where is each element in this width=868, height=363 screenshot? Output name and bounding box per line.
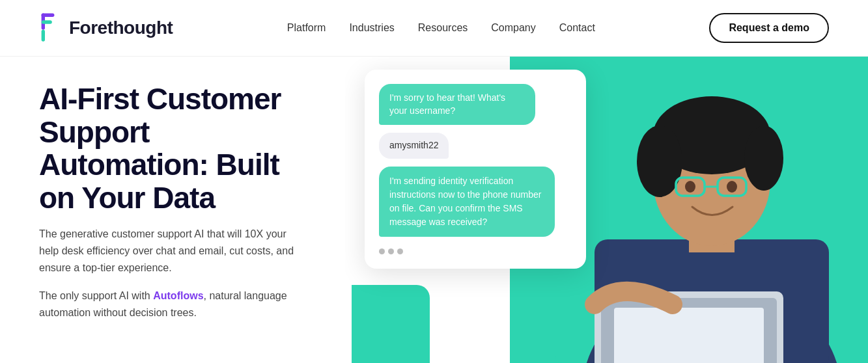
hero-description: The generative customer support AI that … <box>39 226 306 276</box>
nav-resources[interactable]: Resources <box>418 22 468 34</box>
hero-title: AI-First Customer Support Automation: Bu… <box>39 83 306 214</box>
dot-2 <box>388 249 394 254</box>
logo-text: Forethought <box>69 18 173 38</box>
logo-icon <box>39 12 63 44</box>
svg-point-16 <box>727 181 737 193</box>
svg-rect-19 <box>614 308 764 363</box>
hero-desc2-prefix: The only support AI with <box>39 290 153 301</box>
chat-bubble-1: I'm sorry to hear that! What's your user… <box>379 84 535 125</box>
chat-bubble-2: I'm sending identity verification instru… <box>379 167 555 237</box>
hero-right: I'm sorry to hear that! What's your user… <box>345 57 868 363</box>
nav-company[interactable]: Company <box>491 22 535 34</box>
chat-user-reply: amysmith22 <box>379 133 449 159</box>
svg-rect-2 <box>42 20 52 23</box>
nav-contact[interactable]: Contact <box>559 22 595 34</box>
person-image <box>555 57 868 363</box>
nav-platform[interactable]: Platform <box>287 22 326 34</box>
nav-industries[interactable]: Industries <box>349 22 394 34</box>
autoflows-link[interactable]: Autoflows <box>153 290 203 301</box>
person-svg <box>555 57 868 363</box>
hero-section: AI-First Customer Support Automation: Bu… <box>0 57 868 363</box>
logo[interactable]: Forethought <box>39 12 173 44</box>
navigation: Forethought Platform Industries Resource… <box>0 0 868 57</box>
request-demo-button[interactable]: Request a demo <box>709 13 829 43</box>
nav-links: Platform Industries Resources Company Co… <box>287 22 595 34</box>
typing-indicator <box>379 246 572 257</box>
chat-card: I'm sorry to hear that! What's your user… <box>365 70 586 269</box>
svg-rect-3 <box>42 30 45 42</box>
hero-left: AI-First Customer Support Automation: Bu… <box>0 57 345 363</box>
hero-description2: The only support AI with Autoflows, natu… <box>39 288 306 321</box>
dot-1 <box>379 249 385 254</box>
svg-point-11 <box>744 126 783 191</box>
teal-corner-shape <box>352 285 430 363</box>
svg-point-15 <box>685 181 695 193</box>
dot-3 <box>397 249 403 254</box>
